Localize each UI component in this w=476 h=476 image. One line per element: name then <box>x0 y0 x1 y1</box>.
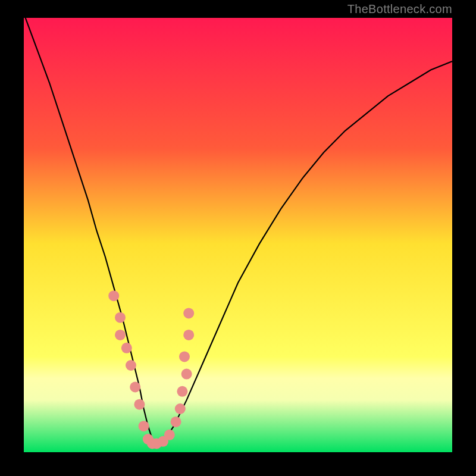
data-dot <box>181 369 192 380</box>
watermark-text: TheBottleneck.com <box>347 2 452 16</box>
data-dot <box>164 430 175 440</box>
data-dot <box>126 360 136 371</box>
data-dot <box>115 312 126 323</box>
chart-frame: TheBottleneck.com <box>0 0 476 476</box>
chart-svg <box>24 18 452 452</box>
data-dot <box>108 290 119 301</box>
data-dot <box>171 416 181 427</box>
data-dot <box>183 330 194 340</box>
plot-area <box>24 18 452 452</box>
data-dot <box>179 351 190 362</box>
data-dot <box>130 382 140 393</box>
data-dot <box>134 399 145 410</box>
data-dot <box>177 386 187 397</box>
data-dot <box>175 403 186 414</box>
data-dot <box>139 421 149 431</box>
data-dot <box>183 308 194 318</box>
data-dot <box>121 343 132 353</box>
svg-rect-0 <box>24 18 452 452</box>
data-dot <box>115 330 126 340</box>
